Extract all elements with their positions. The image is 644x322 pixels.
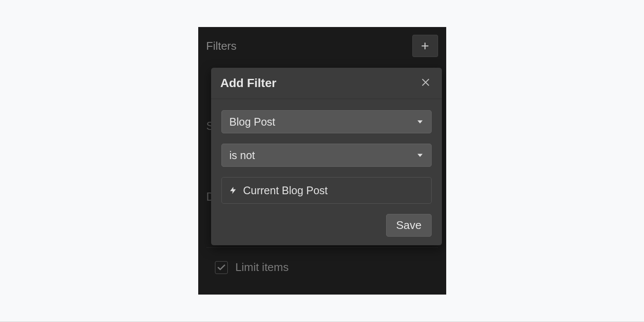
plus-icon: +	[421, 39, 429, 53]
check-icon	[217, 263, 226, 272]
close-icon	[420, 77, 431, 87]
filter-field-select[interactable]: Blog Post	[221, 110, 432, 133]
limit-items-row: Limit items	[215, 261, 289, 274]
filter-value-field[interactable]: Current Blog Post	[221, 177, 432, 204]
save-button[interactable]: Save	[386, 214, 431, 237]
filter-operator-select[interactable]: is not	[221, 144, 432, 167]
add-filter-button[interactable]: +	[412, 35, 438, 57]
chevron-down-icon	[417, 118, 423, 125]
lightning-bolt-icon	[229, 185, 237, 196]
filters-panel: Filters + S D Limit items Add Filter Blo…	[198, 27, 446, 295]
limit-items-label: Limit items	[236, 261, 289, 274]
close-button[interactable]	[419, 75, 432, 91]
modal-header: Add Filter	[211, 68, 442, 99]
svg-marker-2	[417, 120, 423, 123]
limit-items-checkbox[interactable]	[215, 261, 228, 274]
modal-title: Add Filter	[221, 76, 277, 90]
chevron-down-icon	[417, 152, 423, 159]
modal-body: Blog Post is not Current Blog Post Save	[211, 99, 442, 245]
svg-marker-3	[417, 154, 423, 157]
filter-field-value: Blog Post	[230, 116, 275, 128]
filter-operator-value: is not	[230, 149, 255, 162]
modal-footer: Save	[221, 214, 432, 237]
divider	[206, 247, 438, 248]
filters-section-title: Filters	[206, 39, 237, 53]
add-filter-modal: Add Filter Blog Post is not Current Blog…	[211, 68, 442, 245]
filter-value-text: Current Blog Post	[243, 184, 328, 197]
filters-panel-header: Filters +	[198, 27, 446, 57]
